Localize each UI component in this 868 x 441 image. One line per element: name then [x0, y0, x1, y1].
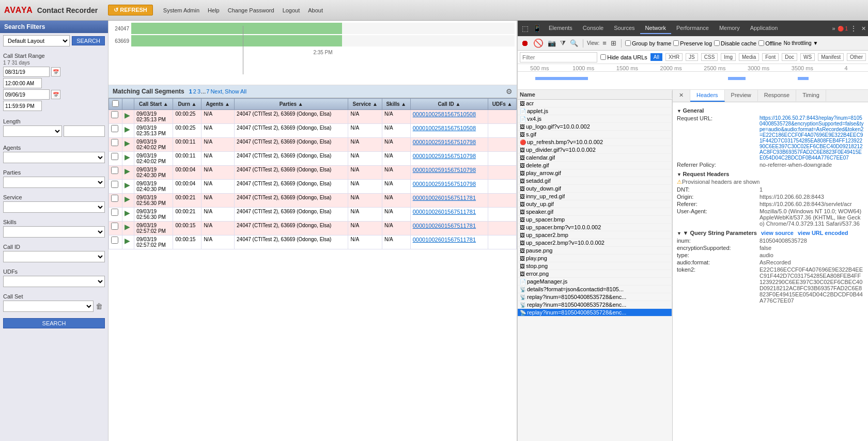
network-list[interactable]: 🖼 acr 📄 applet.js 📄 vx4.js 🖼 up_logo.gif…: [518, 100, 672, 441]
list-item[interactable]: 📄 pageManager.js: [518, 278, 672, 286]
calendar-to-icon[interactable]: 📅: [51, 90, 60, 99]
detail-close-btn[interactable]: ✕: [673, 90, 690, 102]
list-item[interactable]: 🖼 s.gif: [518, 131, 672, 138]
service-select[interactable]: [3, 201, 105, 213]
list-item[interactable]: 📡 details?format=json&contactid=8105...: [518, 286, 672, 293]
results-action-icon[interactable]: ⚙: [506, 87, 513, 96]
row-call-id-4[interactable]: 00001002591567510798: [410, 166, 488, 180]
row-checkbox-1[interactable]: [111, 125, 118, 132]
list-item[interactable]: 🖼 speaker.gif: [518, 208, 672, 216]
list-item[interactable]: 🖼 play.png: [518, 255, 672, 262]
play-icon-4[interactable]: ▶: [125, 167, 130, 175]
trash-icon[interactable]: 🗑: [96, 302, 103, 310]
row-checkbox-5[interactable]: [111, 181, 118, 188]
filter-tag-css[interactable]: CSS: [701, 53, 718, 61]
row-checkbox-8[interactable]: [111, 223, 118, 230]
record-button[interactable]: ⏺: [520, 38, 530, 49]
page-link-7[interactable]: 7: [206, 88, 209, 94]
page-link-3[interactable]: 3: [197, 88, 200, 94]
nav-system-admin[interactable]: System Admin: [163, 7, 199, 13]
devtools-more-icon[interactable]: »: [832, 25, 835, 32]
select-all-checkbox[interactable]: [112, 100, 119, 107]
list-item[interactable]: 🖼 up_logo.gif?v=10.0.0.002: [518, 123, 672, 131]
list-item[interactable]: 🖼 inny_up_red.gif: [518, 193, 672, 200]
row-checkbox-9[interactable]: [111, 237, 118, 244]
list-item[interactable]: 🖼 pause.png: [518, 247, 672, 255]
row-call-id-0[interactable]: 00001002581567510508: [410, 110, 488, 124]
camera-button[interactable]: 📷: [547, 38, 557, 48]
list-item[interactable]: 🖼 up_divider.gif?v=10.0.0.002: [518, 146, 672, 154]
no-throttling-dropdown[interactable]: No throttling ▼: [784, 40, 818, 46]
length-input[interactable]: [64, 125, 105, 137]
view-list-icon[interactable]: ≡: [601, 38, 608, 48]
call-id-link-3[interactable]: 00001002591567510798: [413, 153, 476, 159]
time-from-input[interactable]: [3, 78, 42, 88]
stop-button[interactable]: 🚫: [532, 37, 545, 49]
list-item[interactable]: 🖼 setadd.gif: [518, 177, 672, 185]
row-call-id-8[interactable]: 00001002601567511781: [410, 222, 488, 235]
preserve-log-check[interactable]: [673, 40, 679, 46]
th-service[interactable]: Service ▲: [348, 99, 382, 110]
layout-dropdown[interactable]: Default Layout: [3, 35, 70, 46]
view-group-icon[interactable]: ⊞: [610, 38, 617, 48]
devtools-settings-icon[interactable]: ⋮: [848, 22, 859, 35]
row-call-id-1[interactable]: 00001002581567510508: [410, 124, 488, 138]
page-link-1[interactable]: 1: [189, 88, 192, 94]
row-call-id-3[interactable]: 00001002591567510798: [410, 152, 488, 166]
call-id-link-1[interactable]: 00001002581567510508: [413, 125, 476, 131]
tab-performance[interactable]: Performance: [671, 23, 714, 34]
row-call-id-5[interactable]: 00001002591567510798: [410, 180, 488, 194]
filter-tag-other[interactable]: Other: [847, 53, 866, 61]
list-item[interactable]: 📄 vx4.js: [518, 115, 672, 123]
row-checkbox-6[interactable]: [111, 195, 118, 202]
filter-tag-img[interactable]: Img: [721, 53, 736, 61]
play-icon-7[interactable]: ▶: [125, 209, 130, 217]
play-icon-3[interactable]: ▶: [125, 153, 130, 161]
nav-help[interactable]: Help: [208, 7, 220, 13]
network-filter-input[interactable]: [520, 52, 597, 62]
hide-data-urls-check[interactable]: [600, 54, 606, 60]
call-id-link-0[interactable]: 00001002581567510508: [413, 111, 476, 117]
tab-elements[interactable]: Elements: [544, 23, 578, 34]
call-id-link-6[interactable]: 00001002601567511781: [413, 195, 476, 201]
offline-check[interactable]: [758, 40, 764, 46]
nav-change-password[interactable]: Change Password: [228, 7, 274, 13]
devtools-device-icon[interactable]: 📱: [531, 22, 544, 35]
filter-tag-js[interactable]: JS: [686, 53, 698, 61]
filter-tag-media[interactable]: Media: [739, 53, 759, 61]
length-select[interactable]: [3, 125, 62, 137]
th-duration[interactable]: Durn ▲: [173, 99, 202, 110]
results-table-container[interactable]: Call Start ▲ Durn ▲ Agents ▲ Parties ▲ S…: [109, 98, 517, 441]
row-checkbox-2[interactable]: [111, 139, 118, 146]
disable-cache-check[interactable]: [714, 40, 720, 46]
list-item[interactable]: 🖼 up_spacer2.bmp: [518, 231, 672, 239]
play-icon-5[interactable]: ▶: [125, 181, 130, 189]
list-item[interactable]: 🖼 delete.gif: [518, 162, 672, 169]
refresh-button[interactable]: ↺ REFRESH: [108, 5, 153, 15]
nav-about[interactable]: About: [308, 7, 323, 13]
th-udfs[interactable]: UDFs ▲: [488, 99, 517, 110]
th-call-id[interactable]: Call ID ▲: [410, 99, 488, 110]
call-id-link-9[interactable]: 00001002601567511781: [413, 237, 476, 243]
tab-timing[interactable]: Timing: [796, 90, 826, 102]
tab-memory[interactable]: Memory: [714, 23, 745, 34]
call-id-link-8[interactable]: 00001002601567511781: [413, 223, 476, 229]
row-checkbox-4[interactable]: [111, 167, 118, 174]
tab-network[interactable]: Network: [640, 23, 671, 34]
list-item[interactable]: 🖼 error.png: [518, 270, 672, 278]
row-call-id-7[interactable]: 00001002601567511781: [410, 208, 488, 222]
call-id-link-5[interactable]: 00001002591567510798: [413, 181, 476, 187]
search-button[interactable]: 🔍: [569, 38, 579, 48]
tab-headers[interactable]: Headers: [690, 90, 725, 102]
view-source-link[interactable]: view source: [761, 230, 794, 236]
filter-tag-manifest[interactable]: Manifest: [818, 53, 844, 61]
filter-tag-xhr[interactable]: XHR: [665, 53, 683, 61]
call-id-link-7[interactable]: 00001002601567511781: [413, 209, 476, 215]
play-icon-8[interactable]: ▶: [125, 223, 130, 231]
play-icon-1[interactable]: ▶: [125, 125, 130, 133]
th-parties[interactable]: Parties ▲: [235, 99, 348, 110]
call-set-select[interactable]: [3, 301, 94, 312]
row-call-id-9[interactable]: 00001002601567511781: [410, 235, 488, 249]
date-from-input[interactable]: [3, 67, 50, 77]
days-label[interactable]: 1 7 31 days: [3, 60, 105, 66]
